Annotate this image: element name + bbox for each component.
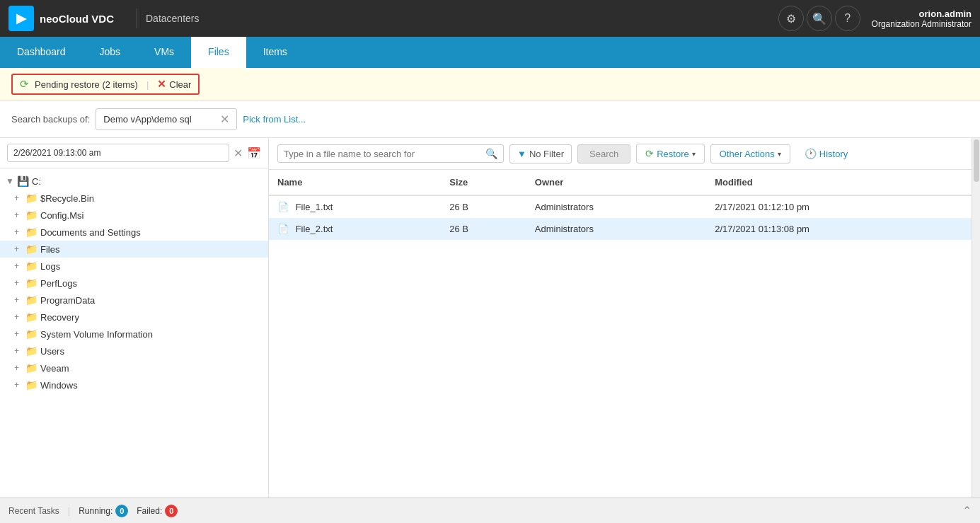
drive-icon: 💾	[17, 176, 29, 187]
nav-divider	[137, 8, 137, 28]
tree-item-recycle-bin[interactable]: + 📁 $Recycle.Bin	[0, 190, 268, 207]
tab-dashboard[interactable]: Dashboard	[0, 37, 83, 68]
tree-item-windows[interactable]: + 📁 Windows	[0, 377, 268, 393]
tree-label: PerfLogs	[40, 278, 77, 289]
file-search-icon: 🔍	[485, 148, 497, 159]
tree-item-config-msi[interactable]: + 📁 Config.Msi	[0, 207, 268, 224]
calendar-icon[interactable]: 📅	[247, 146, 261, 160]
date-filter-bar: ✕ 📅	[0, 138, 268, 168]
scrollbar-thumb	[974, 139, 979, 182]
expand-bottom-icon[interactable]: ⌃	[962, 505, 972, 517]
tree-item-programdata[interactable]: + 📁 ProgramData	[0, 292, 268, 309]
tree-item-documents[interactable]: + 📁 Documents and Settings	[0, 224, 268, 241]
folder-icon: 📁	[25, 226, 38, 238]
tree-root-label: C:	[32, 176, 41, 187]
tree-label: ProgramData	[40, 295, 95, 306]
folder-icon: 📁	[25, 328, 38, 340]
content-split: ✕ 📅 ▼ 💾 C: + 📁 $Recycle.Bin + 📁	[0, 138, 980, 498]
restore-pending-icon: ⟳	[20, 78, 29, 91]
folder-icon: 📁	[25, 379, 38, 391]
tree-item-users[interactable]: + 📁 Users	[0, 343, 268, 360]
vm-search-input[interactable]: Demo vApp\demo sql ✕	[96, 108, 237, 130]
restore-button[interactable]: ⟳ Restore ▾	[636, 144, 705, 163]
scrollbar[interactable]	[972, 138, 980, 498]
col-size[interactable]: Size	[441, 170, 526, 195]
search-label: Search backups of:	[11, 114, 90, 125]
file-size-cell: 26 B	[441, 218, 526, 240]
tree-item-files[interactable]: + 📁 Files	[0, 241, 268, 258]
expand-icon: +	[14, 261, 23, 271]
tree-label: System Volume Information	[40, 329, 153, 340]
folder-icon: 📁	[25, 294, 38, 306]
col-modified[interactable]: Modified	[706, 170, 972, 195]
tree-item-system-volume[interactable]: + 📁 System Volume Information	[0, 326, 268, 343]
expand-icon: ▼	[6, 176, 14, 186]
pick-from-list-link[interactable]: Pick from List...	[243, 114, 306, 125]
file-table: Name Size Owner Modified 📄 File_1.txt	[269, 170, 972, 240]
notification-bar: ⟳ Pending restore (2 items) | ✕ Clear	[0, 68, 980, 101]
table-row[interactable]: 📄 File_2.txt 26 B Administrators 2/17/20…	[269, 218, 972, 240]
tree-item-perflogs[interactable]: + 📁 PerfLogs	[0, 275, 268, 292]
tree-label: Recovery	[40, 312, 79, 323]
tab-items[interactable]: Items	[246, 37, 304, 68]
nav-datacenters[interactable]: Datacenters	[146, 13, 199, 24]
expand-icon: +	[14, 210, 23, 220]
left-panel: ✕ 📅 ▼ 💾 C: + 📁 $Recycle.Bin + 📁	[0, 138, 269, 498]
other-actions-label: Other Actions	[720, 149, 775, 159]
settings-button[interactable]: ⚙	[778, 6, 804, 31]
file-name-cell: 📄 File_2.txt	[269, 218, 441, 240]
clear-button[interactable]: ✕ Clear	[157, 78, 191, 91]
search-button[interactable]: 🔍	[807, 6, 832, 31]
file-size-cell: 26 B	[441, 195, 526, 218]
date-input[interactable]	[7, 144, 229, 162]
clear-label: Clear	[169, 79, 191, 90]
brand-name: neoCloud VDC	[40, 13, 114, 25]
tree-label: Users	[40, 346, 64, 357]
bottom-right: ⌃	[962, 504, 972, 517]
col-name[interactable]: Name	[269, 170, 441, 195]
tab-jobs[interactable]: Jobs	[83, 37, 138, 68]
table-row[interactable]: 📄 File_1.txt 26 B Administrators 2/17/20…	[269, 195, 972, 218]
folder-icon: 📁	[25, 362, 38, 374]
col-owner[interactable]: Owner	[526, 170, 706, 195]
filter-button[interactable]: ▼ No Filter	[509, 144, 572, 163]
filter-icon: ▼	[517, 149, 526, 159]
tree-label: Logs	[40, 261, 60, 272]
file-modified-cell: 2/17/2021 01:12:10 pm	[706, 195, 972, 218]
other-actions-button[interactable]: Other Actions ▾	[710, 144, 790, 163]
tree-item-logs[interactable]: + 📁 Logs	[0, 258, 268, 275]
clear-x-icon: ✕	[157, 78, 166, 91]
expand-icon: +	[14, 329, 23, 339]
folder-icon: 📁	[25, 311, 38, 323]
clear-vm-button[interactable]: ✕	[220, 113, 229, 126]
help-button[interactable]: ?	[835, 6, 860, 31]
file-name-cell: 📄 File_1.txt	[269, 195, 441, 218]
tree-item-drive-c[interactable]: ▼ 💾 C:	[0, 173, 268, 190]
top-right-actions: ⚙ 🔍 ? orion.admin Organization Administr…	[778, 6, 972, 31]
tab-vms[interactable]: VMs	[137, 37, 191, 68]
tree-item-veeam[interactable]: + 📁 Veeam	[0, 360, 268, 377]
file-icon: 📄	[277, 224, 289, 234]
file-modified-cell: 2/17/2021 01:13:08 pm	[706, 218, 972, 240]
recent-tasks-label[interactable]: Recent Tasks	[8, 506, 59, 516]
tree-item-recovery[interactable]: + 📁 Recovery	[0, 309, 268, 326]
failed-badge: Failed: 0	[137, 505, 178, 517]
expand-icon: +	[14, 278, 23, 288]
bottom-bar: Recent Tasks | Running: 0 Failed: 0 ⌃	[0, 498, 980, 523]
search-backups-bar: Search backups of: Demo vApp\demo sql ✕ …	[0, 101, 980, 138]
file-owner-cell: Administrators	[526, 195, 706, 218]
history-button[interactable]: 🕐 History	[796, 144, 856, 163]
tab-files[interactable]: Files	[191, 37, 246, 68]
user-name: orion.admin	[919, 8, 972, 19]
date-clear-button[interactable]: ✕	[234, 146, 243, 160]
restore-label: Restore	[657, 149, 689, 159]
restore-icon: ⟳	[645, 148, 654, 159]
restore-chevron-icon: ▾	[692, 150, 696, 158]
search-button[interactable]: Search	[577, 144, 630, 163]
file-search-input[interactable]	[284, 149, 481, 159]
failed-label: Failed:	[137, 506, 162, 516]
main-area: ⟳ Pending restore (2 items) | ✕ Clear Se…	[0, 68, 980, 498]
folder-icon: 📁	[25, 260, 38, 272]
folder-icon: 📁	[25, 277, 38, 289]
failed-count-badge: 0	[165, 505, 178, 517]
